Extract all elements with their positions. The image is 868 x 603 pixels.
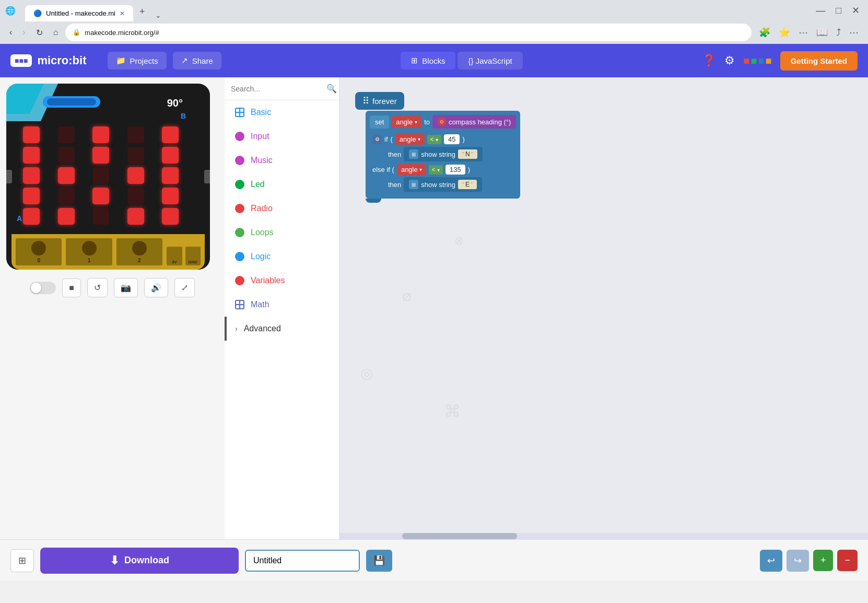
lt-operator-2[interactable]: < ▾ <box>429 165 443 175</box>
category-led[interactable]: Led <box>225 172 339 196</box>
power-toggle[interactable] <box>30 282 56 294</box>
category-loops[interactable]: Loops <box>225 221 339 245</box>
category-variables[interactable]: Variables <box>225 269 339 293</box>
header-nav: 📁 Projects ↗ Share <box>108 52 221 69</box>
logo-text: micro:bit <box>37 54 86 67</box>
active-tab[interactable]: 🔵 Untitled - makecode.mi ✕ <box>25 5 133 21</box>
if-label-1: if <box>384 135 388 143</box>
project-name-input[interactable] <box>245 550 360 572</box>
set-block[interactable]: set <box>370 115 389 129</box>
save-button[interactable]: 💾 <box>366 550 392 572</box>
string-e-value[interactable]: " E " <box>458 180 477 189</box>
tab-overflow-button[interactable]: ⌄ <box>151 9 166 21</box>
more-options-button[interactable]: ⋯ <box>846 25 862 40</box>
compass-pill <box>43 96 100 108</box>
help-button[interactable]: ❓ <box>702 54 716 67</box>
back-button[interactable]: ‹ <box>6 26 15 39</box>
home-button[interactable]: ⌂ <box>50 26 62 39</box>
search-input[interactable] <box>231 85 322 93</box>
string-n-value[interactable]: " N " <box>458 149 477 159</box>
angle-var-label: angle <box>396 118 413 126</box>
pin-1[interactable]: 1 <box>66 238 112 265</box>
category-logic[interactable]: Logic <box>225 245 339 269</box>
javascript-tab[interactable]: {} JavaScript <box>458 52 522 69</box>
math-icon <box>235 300 244 309</box>
category-basic[interactable]: Basic <box>225 100 339 124</box>
blocks-tab[interactable]: ⊞ Blocks <box>401 52 455 69</box>
redo-button[interactable]: ↪ <box>787 550 809 572</box>
maximize-button[interactable]: □ <box>832 3 844 18</box>
undo-button[interactable]: ↩ <box>760 550 782 572</box>
url-bar[interactable]: 🔒 makecode.microbit.org/# <box>65 24 752 41</box>
settings-button[interactable]: ⚙ <box>724 54 735 67</box>
compass-block[interactable]: ⊙ compass heading (°) <box>432 115 516 129</box>
led-1-3 <box>127 147 144 164</box>
zoom-in-button[interactable]: + <box>813 550 834 571</box>
show-string-e-block[interactable]: ⊞ show string " E " <box>404 177 482 192</box>
getting-started-button[interactable]: Getting Started <box>780 51 858 71</box>
workspace-scrollbar[interactable] <box>339 533 868 539</box>
led-icon <box>235 180 244 189</box>
scrollbar-thumb[interactable] <box>402 533 517 539</box>
screenshot-button[interactable]: 📷 <box>114 278 138 297</box>
led-1-2 <box>92 147 109 164</box>
else-if-label: else if ( <box>372 166 394 173</box>
tab-close-button[interactable]: ✕ <box>120 10 125 17</box>
category-math[interactable]: Math <box>225 293 339 317</box>
pin-gnd[interactable]: GND <box>185 247 201 265</box>
value-45[interactable]: 45 <box>444 134 460 144</box>
led-3-4 <box>162 188 179 204</box>
extensions-button[interactable]: 🧩 <box>756 25 773 40</box>
led-0-3 <box>127 126 144 143</box>
reader-view-button[interactable]: 📖 <box>813 25 831 40</box>
pin-3v[interactable]: 3V <box>167 247 182 265</box>
zoom-out-button[interactable]: − <box>837 550 858 571</box>
button-b-physical[interactable] <box>204 170 210 183</box>
show-string-label-2: show string <box>421 181 455 189</box>
if-block-1: ⚙ if ( angle ▾ < ▾ <box>370 131 516 194</box>
value-135[interactable]: 135 <box>445 165 465 175</box>
close-button[interactable]: ✕ <box>849 3 863 18</box>
sidebar-toggle-button[interactable]: ⊞ <box>10 549 34 572</box>
button-a[interactable] <box>6 170 12 183</box>
string-e-text: E <box>465 181 470 188</box>
new-tab-button[interactable]: + <box>135 2 149 21</box>
forward-button[interactable]: › <box>19 26 28 39</box>
block-workspace[interactable]: ○ ⊙ ⌀ ◎ ⊗ ⌘ ⠿ forever set <box>339 77 868 539</box>
label-a: A <box>17 214 22 223</box>
pin-0[interactable]: 0 <box>16 238 62 265</box>
main-content: 90° B <box>0 77 868 539</box>
else-if-angle-var[interactable]: angle ▾ <box>397 164 426 175</box>
forever-block[interactable]: ⠿ forever <box>355 92 404 110</box>
category-input[interactable]: Input <box>225 124 339 148</box>
settings-gear-icon[interactable]: ⚙ <box>372 135 382 144</box>
if-angle-var-block[interactable]: angle ▾ <box>395 134 425 145</box>
logo-icon: ■■■ <box>10 54 32 67</box>
music-label: Music <box>251 156 273 165</box>
restart-button[interactable]: ↺ <box>87 278 108 297</box>
fullscreen-button[interactable]: ⤢ <box>174 278 195 297</box>
category-music[interactable]: Music <box>225 148 339 172</box>
reload-button[interactable]: ↻ <box>33 26 46 40</box>
download-button[interactable]: ⬇ Download <box>40 548 239 574</box>
category-radio[interactable]: Radio <box>225 196 339 221</box>
share-browser-button[interactable]: ⤴ <box>833 25 844 40</box>
projects-button[interactable]: 📁 Projects <box>108 52 167 69</box>
lt-operator-1[interactable]: < ▾ <box>427 135 441 144</box>
pin-2[interactable]: 2 <box>116 238 162 265</box>
mute-button[interactable]: 🔊 <box>144 278 168 297</box>
forever-dots-icon: ⠿ <box>362 95 368 107</box>
stop-button[interactable]: ■ <box>62 279 81 297</box>
menu-button[interactable]: ⋯ <box>795 25 811 40</box>
basic-label: Basic <box>251 108 271 117</box>
string-n-text: N <box>465 150 470 158</box>
bookmarks-button[interactable]: ⭐ <box>776 25 793 40</box>
forever-close-nub <box>366 199 381 203</box>
category-advanced[interactable]: › Advanced <box>225 317 339 341</box>
led-3-3 <box>127 188 144 204</box>
download-icon: ⬇ <box>110 554 119 567</box>
share-button[interactable]: ↗ Share <box>173 52 221 69</box>
show-string-n-block[interactable]: ⊞ show string " N " <box>404 147 482 161</box>
minimize-button[interactable]: — <box>813 3 828 18</box>
angle-variable-block[interactable]: angle ▾ <box>392 116 421 128</box>
